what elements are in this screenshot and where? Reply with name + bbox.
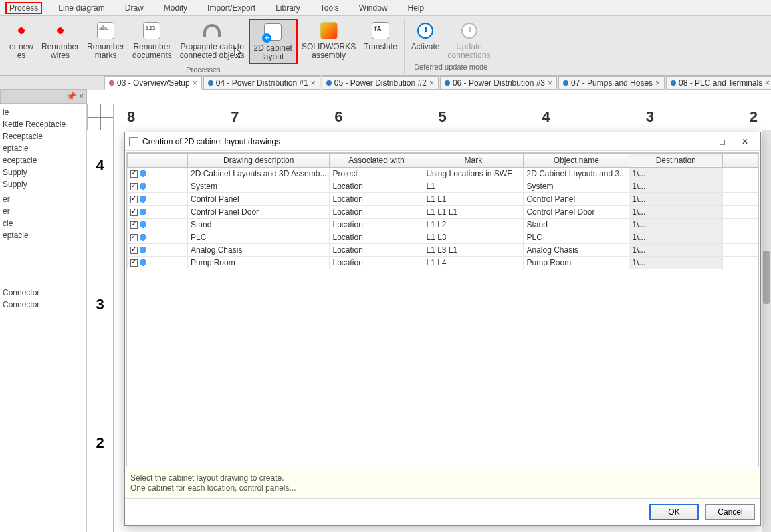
cell-destination[interactable]: 1\...: [629, 168, 723, 180]
tree-item[interactable]: le: [3, 106, 84, 118]
ribbon-btn-renumber-wires[interactable]: Renumber wires: [37, 19, 83, 64]
cell-destination[interactable]: 1\...: [629, 244, 723, 257]
checkbox-icon[interactable]: [130, 234, 138, 241]
cell-associated[interactable]: Location: [330, 231, 423, 244]
tree-item[interactable]: Supply: [3, 166, 84, 178]
cell-associated[interactable]: Location: [330, 244, 423, 257]
cell-description[interactable]: Stand: [188, 219, 330, 231]
tab-close-icon[interactable]: ×: [429, 78, 434, 88]
tab-close-icon[interactable]: ×: [548, 78, 552, 88]
tab-close-icon[interactable]: ×: [655, 78, 660, 88]
cell-associated[interactable]: Location: [330, 257, 423, 269]
table-row[interactable]: Analog ChasisLocationL1 L3 L1Analog Chas…: [128, 244, 758, 257]
ok-button[interactable]: OK: [649, 504, 699, 520]
maximize-button[interactable]: ◻: [711, 134, 734, 149]
minimize-button[interactable]: —: [688, 134, 711, 149]
cell-description[interactable]: 2D Cabinet Layouts and 3D Assemb...: [188, 168, 330, 180]
menu-item-window[interactable]: Window: [355, 2, 392, 14]
row-checkbox-cell[interactable]: [128, 168, 158, 180]
checkbox-icon[interactable]: [130, 170, 138, 178]
tree-item[interactable]: Supply: [3, 178, 84, 190]
table-row[interactable]: Control PanelLocationL1 L1Control Panel1…: [128, 193, 758, 206]
cell-associated[interactable]: Location: [330, 219, 423, 231]
cell-mark[interactable]: L1 L1: [423, 193, 524, 206]
document-tab[interactable]: 07 - Pumps and Hoses×: [558, 76, 665, 90]
cell-object-name[interactable]: Analog Chasis: [524, 244, 629, 257]
close-icon[interactable]: ×: [79, 92, 84, 101]
cell-associated[interactable]: Project: [330, 168, 423, 180]
menu-item-library[interactable]: Library: [271, 2, 304, 14]
table-row[interactable]: StandLocationL1 L2Stand1\...: [128, 219, 758, 231]
cell-object-name[interactable]: Control Panel: [524, 193, 629, 206]
row-checkbox-cell[interactable]: [128, 219, 158, 231]
scrollbar-vertical[interactable]: [762, 130, 771, 532]
cell-object-name[interactable]: PLC: [524, 231, 629, 244]
tree-item[interactable]: eptacle: [3, 142, 84, 154]
cell-description[interactable]: Control Panel: [188, 193, 330, 206]
cell-object-name[interactable]: Pump Room: [524, 257, 629, 269]
cell-mark[interactable]: L1 L1 L1: [423, 206, 524, 219]
cancel-button[interactable]: Cancel: [705, 504, 755, 520]
table-row[interactable]: Control Panel DoorLocationL1 L1 L1Contro…: [128, 206, 758, 219]
checkbox-icon[interactable]: [130, 183, 138, 190]
ribbon-btn-translate[interactable]: Translate: [360, 19, 401, 64]
row-checkbox-cell[interactable]: [128, 180, 158, 193]
cell-description[interactable]: Pump Room: [188, 257, 330, 269]
ribbon-btn-2d-cabinet-layout[interactable]: 2D cabinet layout: [249, 19, 298, 64]
document-tab[interactable]: 08 - PLC and Terminals×: [666, 76, 771, 90]
document-tab[interactable]: 06 - Power Distribution #3×: [440, 76, 557, 90]
tab-close-icon[interactable]: ×: [193, 78, 197, 88]
col-destination[interactable]: Destination: [629, 154, 723, 168]
tree-item[interactable]: er: [3, 205, 84, 217]
row-checkbox-cell[interactable]: [128, 244, 158, 257]
tree-item[interactable]: er: [3, 193, 84, 205]
checkbox-icon[interactable]: [130, 247, 138, 254]
menu-item-modify[interactable]: Modify: [160, 2, 191, 14]
menu-item-line-diagram[interactable]: Line diagram: [54, 2, 108, 14]
checkbox-icon[interactable]: [130, 259, 138, 267]
cell-destination[interactable]: 1\...: [629, 206, 723, 219]
ribbon-btn-solidworks-assembly[interactable]: SOLIDWORKS assembly: [298, 19, 360, 64]
menu-item-help[interactable]: Help: [404, 2, 429, 14]
cell-object-name[interactable]: Control Panel Door: [524, 206, 629, 219]
tree-item[interactable]: eptacle: [3, 229, 84, 241]
tab-close-icon[interactable]: ×: [765, 78, 770, 88]
checkbox-icon[interactable]: [130, 221, 138, 229]
ribbon-btn-renumber-marks[interactable]: Renumber marks: [83, 19, 128, 64]
cell-description[interactable]: System: [188, 180, 330, 193]
cell-mark[interactable]: L1 L3 L1: [423, 244, 524, 257]
scrollbar-thumb[interactable]: [763, 251, 770, 304]
col-object-name[interactable]: Object name: [524, 154, 629, 168]
document-tab[interactable]: 05 - Power Distribution #2×: [322, 76, 439, 90]
cell-destination[interactable]: 1\...: [629, 231, 723, 244]
ribbon-btn-renumber-documents[interactable]: Renumber documents: [128, 19, 176, 64]
cell-mark[interactable]: L1 L2: [423, 219, 524, 231]
cell-description[interactable]: PLC: [188, 231, 330, 244]
row-checkbox-cell[interactable]: [128, 231, 158, 244]
cell-associated[interactable]: Location: [330, 206, 423, 219]
menu-item-draw[interactable]: Draw: [121, 2, 148, 14]
tree-item[interactable]: Connector: [3, 299, 84, 311]
ribbon-btn-new[interactable]: er new es: [5, 19, 37, 64]
col-description[interactable]: Drawing description: [188, 154, 330, 168]
row-checkbox-cell[interactable]: [128, 257, 158, 269]
col-select[interactable]: [128, 154, 188, 168]
ribbon-btn-activate[interactable]: Activate: [407, 19, 444, 61]
cell-description[interactable]: Control Panel Door: [188, 206, 330, 219]
cell-mark[interactable]: L1 L4: [423, 257, 524, 269]
cell-description[interactable]: Analog Chasis: [188, 244, 330, 257]
menu-item-import-export[interactable]: Import/Export: [203, 2, 259, 14]
row-checkbox-cell[interactable]: [128, 193, 158, 206]
table-row[interactable]: PLCLocationL1 L3PLC1\...: [128, 231, 758, 244]
close-button[interactable]: ✕: [734, 134, 756, 149]
cell-object-name[interactable]: System: [524, 180, 629, 193]
cell-destination[interactable]: 1\...: [629, 257, 723, 269]
checkbox-icon[interactable]: [130, 196, 138, 203]
document-tab[interactable]: 03 - Overview/Setup×: [104, 76, 202, 90]
table-row[interactable]: SystemLocationL1System1\...: [128, 180, 758, 193]
tree-item[interactable]: Kettle Receptacle: [3, 118, 84, 130]
row-checkbox-cell[interactable]: [128, 206, 158, 219]
cell-destination[interactable]: 1\...: [629, 219, 723, 231]
dialog-grid[interactable]: Drawing description Associated with Mark…: [126, 152, 759, 467]
table-row[interactable]: Pump RoomLocationL1 L4Pump Room1\...: [128, 257, 758, 269]
